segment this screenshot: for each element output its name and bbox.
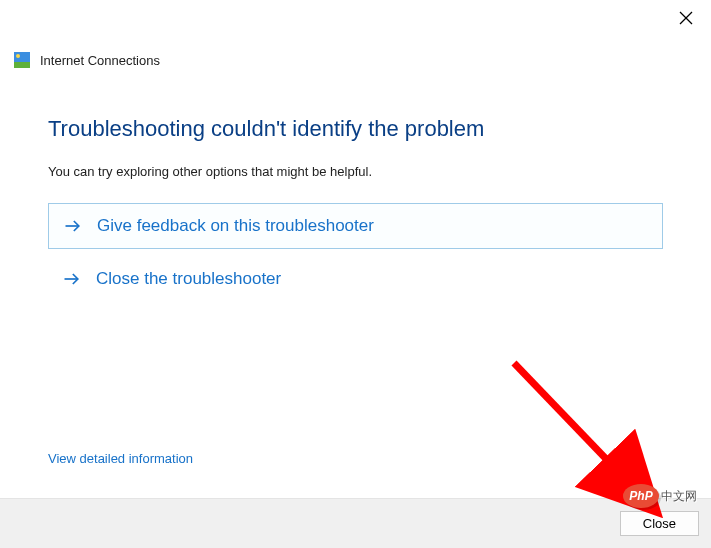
arrow-right-icon [63,216,83,236]
svg-point-4 [16,54,20,58]
annotation-arrow-icon [499,348,669,518]
window-topbar [0,0,711,40]
arrow-right-icon [62,269,82,289]
page-heading: Troubleshooting couldn't identify the pr… [48,116,663,142]
window-close-button[interactable] [679,13,693,27]
option-label: Give feedback on this troubleshooter [97,216,374,236]
page-subtext: You can try exploring other options that… [48,164,663,179]
footer-bar: Close [0,498,711,548]
svg-line-8 [514,363,634,488]
option-give-feedback[interactable]: Give feedback on this troubleshooter [48,203,663,249]
svg-rect-3 [14,62,30,68]
view-detailed-information-link[interactable]: View detailed information [48,451,193,466]
option-close-troubleshooter[interactable]: Close the troubleshooter [48,257,663,301]
window-title: Internet Connections [40,53,160,68]
option-label: Close the troubleshooter [96,269,281,289]
title-row: Internet Connections [0,40,711,68]
network-troubleshooter-icon [14,52,30,68]
close-button[interactable]: Close [620,511,699,536]
close-icon [679,11,693,29]
content-area: Troubleshooting couldn't identify the pr… [0,68,711,301]
